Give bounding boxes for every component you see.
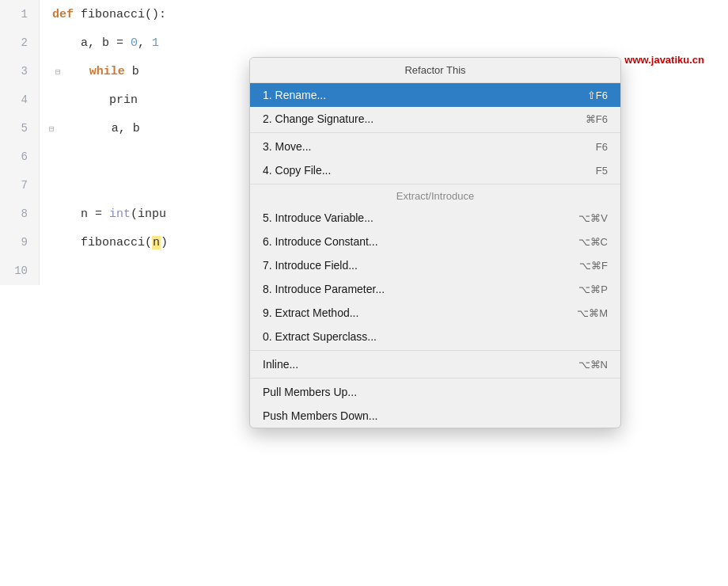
menu-item-rename[interactable]: 1. Rename... ⇧F6 bbox=[250, 83, 620, 107]
line-content-3: ⊟ while b bbox=[40, 58, 139, 86]
line-number-6: 6 bbox=[0, 143, 40, 171]
line-number-3: 3 bbox=[0, 57, 40, 86]
line-content-5: ⊟ a, b bbox=[40, 115, 140, 143]
menu-item-rename-label: 1. Rename... bbox=[263, 89, 326, 101]
line-content-4: prin bbox=[40, 86, 138, 115]
refactor-context-menu: Refactor This 1. Rename... ⇧F6 2. Change… bbox=[249, 57, 621, 428]
line-content-1: def fibonacci(): bbox=[40, 1, 166, 29]
menu-item-intro-field-shortcut: ⌥⌘F bbox=[579, 260, 608, 272]
menu-item-intro-parameter-shortcut: ⌥⌘P bbox=[578, 283, 608, 295]
menu-item-pull-members[interactable]: Pull Members Up... bbox=[250, 380, 620, 404]
line-number-7: 7 bbox=[0, 171, 40, 200]
separator-4 bbox=[250, 378, 620, 379]
separator-3 bbox=[250, 350, 620, 351]
line-number-8: 8 bbox=[0, 200, 40, 228]
menu-item-intro-parameter[interactable]: 8. Introduce Parameter... ⌥⌘P bbox=[250, 277, 620, 301]
menu-item-push-members-label: Push Members Down... bbox=[263, 409, 378, 422]
menu-item-intro-field[interactable]: 7. Introduce Field... ⌥⌘F bbox=[250, 253, 620, 277]
menu-item-inline-label: Inline... bbox=[263, 358, 298, 371]
menu-item-inline-shortcut: ⌥⌘N bbox=[578, 359, 608, 371]
watermark: www.javatiku.cn bbox=[624, 54, 704, 66]
menu-item-move[interactable]: 3. Move... F6 bbox=[250, 135, 620, 158]
line-number-5: 5 bbox=[0, 114, 40, 143]
line-content-9: fibonacci(n) bbox=[40, 229, 168, 257]
menu-item-copy-file[interactable]: 4. Copy File... F5 bbox=[250, 158, 620, 182]
line-number-1: 1 bbox=[0, 0, 40, 29]
menu-item-intro-variable-label: 5. Introduce Variable... bbox=[263, 211, 373, 224]
menu-item-copy-file-label: 4. Copy File... bbox=[263, 164, 331, 177]
menu-item-change-signature-label: 2. Change Signature... bbox=[263, 112, 373, 125]
menu-item-rename-shortcut: ⇧F6 bbox=[587, 89, 608, 101]
menu-item-extract-superclass-label: 0. Extract Superclass... bbox=[263, 330, 377, 343]
menu-item-intro-field-label: 7. Introduce Field... bbox=[263, 259, 358, 272]
extract-section-label: Extract/Introduce bbox=[250, 186, 620, 206]
menu-item-copy-file-shortcut: F5 bbox=[596, 165, 608, 177]
line-content-2: a, b = 0, 1 bbox=[40, 29, 159, 58]
menu-item-intro-constant-label: 6. Introduce Constant... bbox=[263, 235, 378, 248]
menu-item-intro-constant-shortcut: ⌥⌘C bbox=[578, 236, 608, 248]
menu-item-push-members[interactable]: Push Members Down... bbox=[250, 404, 620, 428]
separator-1 bbox=[250, 132, 620, 133]
menu-item-change-signature-shortcut: ⌘F6 bbox=[586, 113, 608, 125]
menu-item-extract-method-label: 9. Extract Method... bbox=[263, 306, 358, 319]
line-number-2: 2 bbox=[0, 29, 40, 57]
menu-title: Refactor This bbox=[250, 58, 620, 83]
menu-item-extract-method[interactable]: 9. Extract Method... ⌥⌘M bbox=[250, 301, 620, 325]
menu-item-move-shortcut: F6 bbox=[596, 141, 608, 153]
menu-item-inline[interactable]: Inline... ⌥⌘N bbox=[250, 352, 620, 376]
code-line-2: 2 a, b = 0, 1 bbox=[0, 29, 728, 57]
menu-item-intro-parameter-label: 8. Introduce Parameter... bbox=[263, 283, 385, 295]
menu-item-intro-constant[interactable]: 6. Introduce Constant... ⌥⌘C bbox=[250, 230, 620, 253]
code-line-1: 1 def fibonacci(): bbox=[0, 0, 728, 29]
menu-item-extract-superclass[interactable]: 0. Extract Superclass... bbox=[250, 325, 620, 348]
menu-item-change-signature[interactable]: 2. Change Signature... ⌘F6 bbox=[250, 107, 620, 131]
menu-item-pull-members-label: Pull Members Up... bbox=[263, 386, 357, 398]
menu-item-extract-method-shortcut: ⌥⌘M bbox=[577, 307, 608, 319]
separator-2 bbox=[250, 184, 620, 185]
menu-item-intro-variable-shortcut: ⌥⌘V bbox=[578, 212, 608, 224]
menu-item-intro-variable[interactable]: 5. Introduce Variable... ⌥⌘V bbox=[250, 206, 620, 230]
line-number-10: 10 bbox=[0, 257, 40, 285]
line-number-4: 4 bbox=[0, 86, 40, 114]
line-number-9: 9 bbox=[0, 228, 40, 257]
menu-item-move-label: 3. Move... bbox=[263, 140, 311, 153]
line-content-8: n = int(inpu bbox=[40, 200, 166, 229]
